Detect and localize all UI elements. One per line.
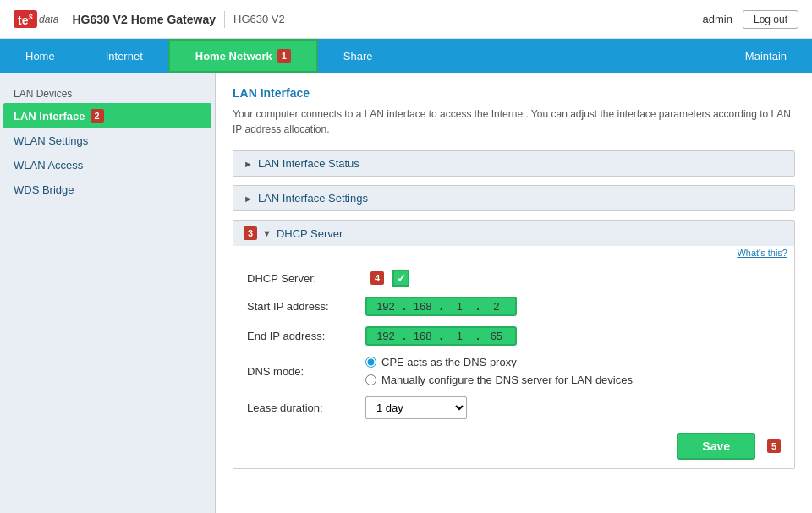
admin-label: admin xyxy=(703,13,732,25)
dns-mode-label: DNS mode: xyxy=(247,365,365,378)
end-ip-octet-3[interactable] xyxy=(444,330,475,342)
accordion-status-arrow: ► xyxy=(244,159,253,169)
header-divider xyxy=(224,11,225,28)
lease-row: Lease duration: 1 day 2 days 3 days 7 da… xyxy=(247,396,781,419)
dhcp-header-label: DHCP Server xyxy=(277,227,343,240)
start-ip-octet-3[interactable] xyxy=(444,300,475,313)
dhcp-badge-4: 4 xyxy=(370,271,384,285)
sidebar-item-wlan-settings[interactable]: WLAN Settings xyxy=(0,128,215,153)
accordion-settings: ► LAN Interface Settings xyxy=(233,185,795,211)
end-ip-group: . . . xyxy=(365,326,517,346)
nav-home-network[interactable]: Home Network 1 xyxy=(168,39,318,73)
save-row: Save 5 xyxy=(247,433,781,460)
end-ip-octet-2[interactable] xyxy=(408,330,438,342)
end-ip-octet-1[interactable] xyxy=(370,330,401,342)
dhcp-checkbox[interactable] xyxy=(392,270,409,287)
dhcp-section: 3 ▼ DHCP Server What's this? DHCP Server… xyxy=(233,220,795,469)
logo: tes data xyxy=(14,10,58,29)
logo-tes: tes xyxy=(14,10,37,29)
logo-data: data xyxy=(39,14,58,25)
dns-radio-1[interactable] xyxy=(365,357,376,368)
nav-badge-1: 1 xyxy=(277,49,291,63)
sidebar-badge-2: 2 xyxy=(91,109,104,123)
accordion-settings-label: LAN Interface Settings xyxy=(258,192,368,205)
start-ip-label: Start IP address: xyxy=(247,300,365,313)
header-right: admin Log out xyxy=(703,10,798,29)
dns-mode-control: CPE acts as the DNS proxy Manually confi… xyxy=(365,356,633,386)
end-ip-label: End IP address: xyxy=(247,330,365,342)
dhcp-header[interactable]: 3 ▼ DHCP Server xyxy=(233,221,794,246)
content-area: LAN Interface Your computer connects to … xyxy=(216,73,812,513)
nav-maintain[interactable]: Maintain xyxy=(720,39,812,73)
dhcp-server-label: DHCP Server: xyxy=(247,272,365,285)
start-ip-octet-4[interactable] xyxy=(481,300,512,313)
end-ip-octet-4[interactable] xyxy=(481,330,512,342)
dns-option-2-label: Manually configure the DNS server for LA… xyxy=(381,374,633,386)
save-button[interactable]: Save xyxy=(677,433,755,460)
header-model: HG630 V2 xyxy=(233,13,285,25)
whats-this-link[interactable]: What's this? xyxy=(233,246,794,261)
accordion-status-label: LAN Interface Status xyxy=(258,157,359,170)
dhcp-server-row: DHCP Server: 4 xyxy=(247,270,781,287)
main-nav: Home Internet Home Network 1 Share Maint… xyxy=(0,39,812,73)
start-ip-octet-2[interactable] xyxy=(408,300,438,313)
dns-option-1-label: CPE acts as the DNS proxy xyxy=(381,356,517,368)
start-ip-row: Start IP address: . . . xyxy=(247,297,781,316)
dns-radio-group: CPE acts as the DNS proxy Manually confi… xyxy=(365,356,633,386)
sidebar-item-wds-bridge[interactable]: WDS Bridge xyxy=(0,177,215,202)
end-ip-row: End IP address: . . . xyxy=(247,326,781,346)
sidebar-section-title: LAN Devices xyxy=(0,83,215,103)
sidebar-item-wlan-access[interactable]: WLAN Access xyxy=(0,153,215,177)
accordion-settings-arrow: ► xyxy=(244,194,253,204)
header-title: HG630 V2 Home Gateway xyxy=(72,13,216,26)
accordion-status: ► LAN Interface Status xyxy=(233,150,795,177)
nav-share[interactable]: Share xyxy=(318,39,398,73)
content-title: LAN Interface xyxy=(233,86,795,100)
save-badge-5: 5 xyxy=(767,439,781,453)
lease-control: 1 day 2 days 3 days 7 days Custom xyxy=(365,396,467,419)
header: tes data HG630 V2 Home Gateway HG630 V2 … xyxy=(0,0,812,39)
dns-option-1[interactable]: CPE acts as the DNS proxy xyxy=(365,356,633,368)
start-ip-octet-1[interactable] xyxy=(370,300,401,313)
nav-internet[interactable]: Internet xyxy=(80,39,168,73)
start-ip-group: . . . xyxy=(365,297,517,316)
sidebar-item-lan-interface[interactable]: LAN Interface 2 xyxy=(3,103,211,128)
logout-button[interactable]: Log out xyxy=(743,10,798,29)
dns-radio-2[interactable] xyxy=(365,374,376,385)
dns-mode-row: DNS mode: CPE acts as the DNS proxy Manu… xyxy=(247,356,781,386)
content-description: Your computer connects to a LAN interfac… xyxy=(233,106,795,137)
lease-label: Lease duration: xyxy=(247,401,365,414)
dhcp-arrow: ▼ xyxy=(262,228,272,238)
lease-select[interactable]: 1 day 2 days 3 days 7 days Custom xyxy=(365,396,467,419)
start-ip-control: . . . xyxy=(365,297,517,316)
dns-option-2[interactable]: Manually configure the DNS server for LA… xyxy=(365,374,633,386)
main-layout: LAN Devices LAN Interface 2 WLAN Setting… xyxy=(0,73,812,513)
dhcp-body: DHCP Server: 4 Start IP address: . xyxy=(233,261,794,468)
sidebar: LAN Devices LAN Interface 2 WLAN Setting… xyxy=(0,73,216,513)
dhcp-badge-3: 3 xyxy=(244,226,257,240)
accordion-status-header[interactable]: ► LAN Interface Status xyxy=(233,151,794,176)
dhcp-server-control: 4 xyxy=(365,270,409,287)
end-ip-control: . . . xyxy=(365,326,517,346)
accordion-settings-header[interactable]: ► LAN Interface Settings xyxy=(233,186,794,210)
nav-home[interactable]: Home xyxy=(0,39,80,73)
